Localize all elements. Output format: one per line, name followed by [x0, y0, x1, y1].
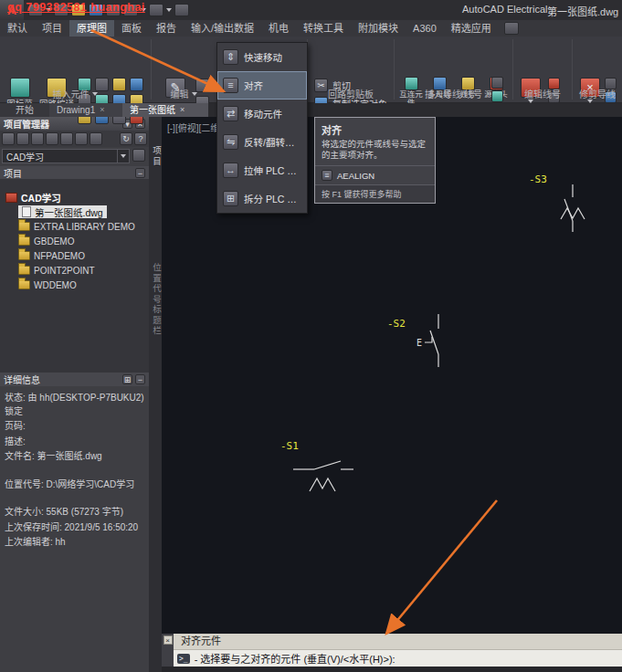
menu-item-move-component[interactable]: ⇄ 移动元件	[217, 100, 307, 128]
tree-item-label: POINT2POINT	[34, 266, 95, 276]
close-icon[interactable]: ×	[100, 103, 104, 117]
doc-tab-drawing1[interactable]: Drawing1 ×	[49, 103, 122, 117]
schematic-symbol-s3[interactable]: -S3	[529, 173, 585, 232]
drawing-list-icon[interactable]	[46, 132, 58, 145]
command-prompt-text: - 选择要与之对齐的元件 (垂直(V)/<水平(H)>):	[195, 651, 395, 666]
status-strip	[162, 667, 622, 672]
detail-location: 位置代号: D:\网络学习\CAD学习	[5, 478, 144, 492]
symbol-label-s1[interactable]: -S1	[280, 440, 299, 452]
vertical-tab-project[interactable]: 项目	[150, 146, 163, 167]
tree-item-extra-library-demo[interactable]: EXTRA LIBRARY DEMO	[0, 219, 149, 234]
schematic-symbol-s2[interactable]: -S2 E	[387, 314, 438, 367]
tree-item-gbdemo[interactable]: GBDEMO	[0, 234, 149, 248]
schematic-symbol-s1[interactable]: -S1	[280, 440, 353, 491]
folder-icon	[18, 280, 30, 289]
doc-tab-active-drawing[interactable]: 第一张图纸 ×	[122, 103, 208, 117]
ribbon-tab-addins[interactable]: 附加模块	[351, 20, 406, 37]
tree-item-label: CAD学习	[21, 191, 61, 205]
ribbon-tab-schematic[interactable]: 原理图	[69, 20, 114, 37]
project-combo[interactable]: CAD学习	[2, 149, 130, 163]
chevron-down-icon	[17, 120, 23, 123]
split-plc-icon: ⊞	[223, 191, 238, 206]
align-tooltip: 对齐 将选定的元件或线号与选定的主要项对齐。 ≡ AEALIGN 按 F1 键获…	[314, 117, 436, 204]
ribbon-tab-reports[interactable]: 报告	[149, 20, 184, 37]
detail-status: 状态: 由 hh(DESKTOP-P7BUKU2) 锁定	[5, 392, 144, 418]
collapse-icon[interactable]: −	[135, 168, 145, 178]
menu-item-label: 快速移动	[244, 50, 282, 64]
menu-item-stretch-plc[interactable]: ↔ 拉伸 PLC 模块	[217, 156, 307, 184]
project-manager-palette: 项目管理器 ▾ × ↻ ? CAD学习 项	[0, 117, 149, 672]
project-manager-options-icon[interactable]	[90, 132, 102, 145]
tree-item-point2point[interactable]: POINT2POINT	[0, 263, 149, 278]
tree-item-label: EXTRA LIBRARY DEMO	[34, 222, 135, 232]
folder-icon	[18, 222, 30, 231]
menu-item-label: 拉伸 PLC 模块	[244, 163, 301, 177]
project-tasks-icon[interactable]	[75, 132, 88, 145]
tree-item-drawing-selected[interactable]: 第一张图纸.dwg	[0, 205, 149, 219]
menu-item-split-plc[interactable]: ⊞ 拆分 PLC 模块	[217, 184, 307, 213]
insert-components-panel-label[interactable]: 插入元件	[0, 87, 150, 100]
ribbon: 图标菜单 回路编译器 插入元件 ✎	[0, 37, 622, 103]
document-tab-bar: 开始 Drawing1 × 第一张图纸 ×	[0, 103, 622, 117]
ribbon-tab-project[interactable]: 项目	[35, 20, 69, 37]
tooltip-command: AEALIGN	[337, 171, 374, 181]
palette-side-strip: 项目 位置代号标题栏	[149, 117, 162, 672]
doc-tab-label: 开始	[16, 103, 34, 117]
dwg-file-icon	[22, 206, 31, 217]
ribbon-tab-electromechanical[interactable]: 机电	[261, 20, 296, 37]
refresh-icon[interactable]: ↻	[120, 132, 132, 145]
menu-item-label: 对齐	[244, 79, 263, 92]
project-settings-icon[interactable]	[31, 132, 44, 145]
detail-filename: 文件名: 第一张图纸.dwg	[5, 450, 144, 464]
trim-panel-label[interactable]: 修剪导线	[573, 87, 622, 100]
ribbon-tab-featured-apps[interactable]: 精选应用	[444, 20, 499, 37]
ribbon-tab-conversion-tools[interactable]: 转换工具	[296, 20, 351, 37]
combo-dropdown-icon[interactable]	[121, 154, 126, 158]
menu-item-reverse-flip[interactable]: ⇋ 反转/翻转元件	[217, 128, 307, 156]
insert-wires-panel-label[interactable]: 插入导线/线号	[395, 87, 512, 100]
symbol-label-s2[interactable]: -S2	[387, 318, 406, 330]
project-tree: CAD学习 第一张图纸.dwg EXTRA LIBRARY DEMO GBDEM…	[0, 179, 149, 373]
redo-button[interactable]	[149, 4, 163, 16]
tree-item-label: NFPADEMO	[34, 251, 85, 261]
clipboard-panel-label[interactable]: 回路剪贴板	[308, 87, 394, 100]
ribbon-tab-a360[interactable]: A360	[406, 20, 444, 37]
ribbon-tab-home[interactable]: 默认	[0, 20, 35, 37]
command-close-icon[interactable]: ×	[163, 635, 173, 645]
new-project-icon[interactable]	[2, 132, 15, 145]
command-prompt-icon: >_	[177, 654, 190, 664]
details-list-view-icon[interactable]: ⊞	[122, 374, 132, 384]
tree-item-project-root[interactable]: CAD学习	[0, 190, 149, 205]
detail-description: 描述:	[5, 436, 144, 449]
ribbon-options-icon[interactable]	[504, 22, 519, 35]
command-input-row[interactable]: >_ - 选择要与之对齐的元件 (垂直(V)/<水平(H)>):	[174, 649, 622, 667]
insert-component-tool-grid	[78, 78, 147, 127]
tree-item-wddemo[interactable]: WDDEMO	[0, 278, 149, 292]
close-icon[interactable]: ×	[180, 103, 184, 117]
ribbon-tab-panel[interactable]: 面板	[114, 20, 149, 37]
details-collapse-icon[interactable]: −	[135, 374, 145, 384]
details-section-header[interactable]: 详细信息 ⊞ −	[0, 373, 149, 386]
symbol-label-s3[interactable]: -S3	[529, 173, 547, 185]
edit-wirenum-panel-label[interactable]: 编辑线号	[513, 87, 572, 100]
project-browse-icon[interactable]	[132, 149, 145, 162]
quick-move-icon: ⇕	[223, 49, 238, 65]
tree-item-nfpademo[interactable]: NFPADEMO	[0, 248, 149, 263]
align-icon: ≡	[223, 78, 238, 93]
edit-flyout-menu: ⇕ 快速移动 ≡ 对齐 ⇄ 移动元件 ⇋ 反转/翻转元件 ↔ 拉伸 PLC 模块…	[216, 42, 308, 214]
panel-flyout-icon	[192, 92, 197, 96]
open-project-icon[interactable]	[16, 132, 29, 145]
doc-tab-start[interactable]: 开始	[0, 103, 49, 117]
app-title: AutoCAD Electrical	[462, 4, 548, 15]
project-toolbar: ↻ ?	[0, 131, 149, 147]
edit-panel-label[interactable]: 编辑	[152, 87, 216, 100]
projects-section-header[interactable]: 项目 −	[0, 166, 149, 179]
help-icon[interactable]: ?	[134, 132, 147, 145]
plot-project-icon[interactable]	[60, 132, 73, 145]
more-commands-button[interactable]	[174, 4, 189, 16]
ribbon-tab-io-data[interactable]: 输入/输出数据	[184, 20, 261, 37]
menu-item-quick-move[interactable]: ⇕ 快速移动	[217, 43, 307, 71]
tree-item-label: WDDEMO	[34, 280, 77, 290]
vertical-tab-location-titleblock[interactable]: 位置代号标题栏	[150, 263, 163, 337]
menu-item-align[interactable]: ≡ 对齐	[217, 71, 307, 100]
